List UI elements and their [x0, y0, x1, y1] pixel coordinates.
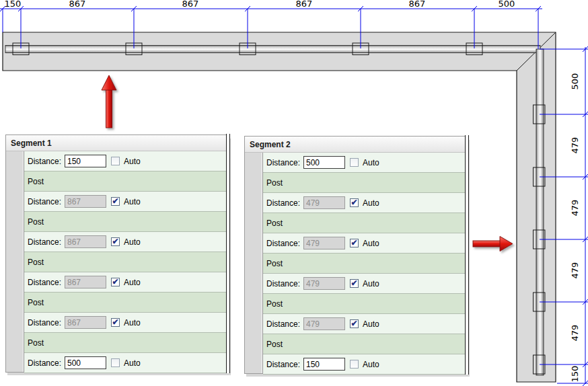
- auto-checkbox[interactable]: [111, 358, 120, 367]
- dimension-label: 867: [296, 0, 313, 9]
- panel-header: Segment 1: [6, 135, 229, 151]
- distance-label: Distance:: [266, 360, 303, 369]
- panel-header: Segment 2: [245, 137, 468, 153]
- distance-input: [303, 196, 345, 209]
- check-icon: ✔: [112, 278, 118, 286]
- row-gutter: [6, 151, 24, 372]
- post-row: Post: [263, 254, 466, 274]
- auto-checkbox[interactable]: ✔: [350, 198, 359, 207]
- distance-input: [65, 195, 106, 208]
- dimension-label: 479: [570, 137, 580, 154]
- row-list: Distance:AutoPostDistance:✔AutoPostDista…: [24, 151, 227, 372]
- auto-checkbox[interactable]: ✔: [350, 319, 359, 328]
- distance-row: Distance:Auto: [263, 153, 466, 173]
- distance-input: [65, 235, 106, 248]
- post-row: Post: [24, 212, 227, 232]
- post-row: Post: [263, 173, 466, 193]
- auto-checkbox[interactable]: ✔: [111, 278, 120, 286]
- auto-checkbox[interactable]: ✔: [111, 237, 120, 246]
- post-label: Post: [28, 258, 44, 267]
- right-dimension-labels: 500 479 479 479 479 150: [570, 73, 580, 383]
- distance-label: Distance:: [28, 237, 65, 247]
- auto-label: Auto: [124, 278, 141, 287]
- auto-checkbox[interactable]: ✔: [111, 318, 120, 327]
- auto-label: Auto: [363, 198, 379, 208]
- check-icon: ✔: [351, 199, 357, 206]
- check-icon: ✔: [112, 319, 118, 326]
- auto-checkbox[interactable]: ✔: [350, 279, 359, 288]
- distance-row: Distance:Auto: [263, 354, 466, 375]
- distance-row: Distance:✔Auto: [24, 272, 227, 293]
- post-row: Post: [263, 294, 466, 314]
- auto-label: Auto: [124, 358, 141, 368]
- post-label: Post: [266, 259, 283, 268]
- distance-label: Distance:: [28, 318, 65, 327]
- distance-input[interactable]: [303, 156, 345, 169]
- distance-row: Distance:✔Auto: [263, 314, 466, 334]
- distance-label: Distance:: [28, 278, 65, 287]
- distance-input[interactable]: [303, 358, 345, 371]
- post-label: Post: [266, 299, 283, 309]
- check-icon: ✔: [351, 280, 357, 287]
- distance-row: Distance:✔Auto: [24, 192, 227, 212]
- horizontal-rail: [5, 46, 540, 53]
- check-icon: ✔: [351, 239, 357, 247]
- distance-label: Distance:: [28, 197, 65, 206]
- auto-checkbox[interactable]: [111, 157, 120, 165]
- post-label: Post: [266, 340, 283, 349]
- auto-checkbox[interactable]: ✔: [111, 197, 120, 206]
- distance-label: Distance:: [266, 319, 303, 329]
- panel-body: Distance:AutoPostDistance:✔AutoPostDista…: [245, 153, 468, 373]
- panel-scrollbar[interactable]: [465, 135, 469, 375]
- distance-label: Distance:: [266, 279, 303, 288]
- distance-row: Distance:Auto: [24, 353, 227, 373]
- top-dimension-labels: 150 867 867 867 867 500: [5, 0, 515, 9]
- segment-1-panel: Segment 1 Distance:AutoPostDistance:✔Aut…: [5, 134, 230, 373]
- dimension-label: 150: [5, 0, 22, 9]
- post-label: Post: [28, 338, 44, 348]
- distance-label: Distance:: [28, 157, 65, 166]
- segment-2-panel: Segment 2 Distance:AutoPostDistance:✔Aut…: [244, 136, 469, 374]
- post-label: Post: [28, 177, 44, 186]
- auto-label: Auto: [363, 279, 379, 288]
- auto-label: Auto: [363, 319, 379, 329]
- check-icon: ✔: [112, 238, 118, 245]
- distance-label: Distance:: [266, 158, 303, 167]
- distance-row: Distance:✔Auto: [263, 233, 466, 254]
- post-row: Post: [24, 333, 227, 353]
- auto-label: Auto: [124, 197, 141, 206]
- auto-checkbox[interactable]: ✔: [350, 239, 359, 247]
- distance-row: Distance:✔Auto: [263, 193, 466, 213]
- dimension-label: 867: [409, 0, 426, 9]
- dimension-label: 500: [499, 0, 515, 9]
- auto-checkbox[interactable]: [350, 158, 359, 167]
- dimension-label: 479: [570, 200, 580, 217]
- check-icon: ✔: [351, 320, 357, 327]
- distance-input: [303, 317, 345, 330]
- railing-editor-canvas: 150 867 867 867 867 500 500: [0, 0, 588, 386]
- dimension-label: 500: [570, 73, 580, 90]
- dimension-label: 867: [69, 0, 86, 9]
- distance-label: Distance:: [266, 198, 303, 208]
- panel-title: Segment 1: [11, 139, 52, 148]
- panel-body: Distance:AutoPostDistance:✔AutoPostDista…: [6, 151, 229, 372]
- distance-label: Distance:: [28, 358, 65, 368]
- vertical-rail: [536, 49, 544, 375]
- dimension-label: 867: [182, 0, 199, 9]
- panel-scrollbar[interactable]: [226, 134, 230, 373]
- post-row: Post: [24, 171, 227, 192]
- distance-input: [65, 316, 106, 329]
- distance-row: Distance:✔Auto: [24, 232, 227, 252]
- distance-input[interactable]: [65, 155, 106, 167]
- up-arrow-icon: [102, 75, 116, 128]
- right-arrow-icon: [473, 237, 513, 252]
- distance-input: [65, 276, 106, 288]
- distance-row: Distance:✔Auto: [24, 313, 227, 333]
- check-icon: ✔: [112, 198, 118, 205]
- distance-input: [303, 237, 345, 249]
- distance-input[interactable]: [65, 356, 106, 369]
- post-label: Post: [266, 219, 283, 228]
- row-gutter: [245, 153, 262, 373]
- auto-checkbox[interactable]: [350, 360, 359, 369]
- post-row: Post: [263, 213, 466, 233]
